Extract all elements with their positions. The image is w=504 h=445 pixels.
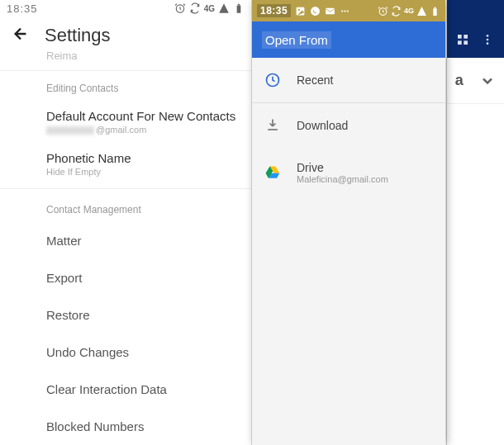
photo-icon <box>295 6 306 17</box>
svg-rect-19 <box>434 7 435 8</box>
svg-point-8 <box>487 39 489 41</box>
setting-sub: Hide If Empty <box>46 167 240 177</box>
page-title: Settings <box>45 25 111 46</box>
drawer-label: Download <box>297 119 348 132</box>
status-left-icons: 18:35 <box>257 4 350 17</box>
drawer-item-recent[interactable]: Recent <box>252 58 445 103</box>
drawer-header: Open From <box>252 21 445 58</box>
sync-icon <box>189 2 201 14</box>
svg-point-14 <box>341 10 343 12</box>
item-restore[interactable]: Restore <box>46 296 251 334</box>
arrow-left-icon <box>12 25 30 43</box>
signal-icon <box>218 2 230 14</box>
background-row: a <box>447 58 504 104</box>
setting-phonetic-name[interactable]: Phonetic Name Hide If Empty <box>0 143 251 185</box>
section-contact-management: Contact Management <box>0 192 251 222</box>
faded-subtitle: Reima <box>0 50 251 62</box>
svg-rect-3 <box>458 35 462 39</box>
item-matter[interactable]: Matter <box>46 222 251 259</box>
battery-icon <box>430 6 440 17</box>
signal-icon <box>416 6 427 17</box>
status-right-icons: 4G <box>378 6 440 17</box>
whatsapp-icon <box>310 6 321 17</box>
status-icons: 4G <box>174 2 245 14</box>
divider <box>0 188 251 189</box>
drawer-label: Recent <box>297 73 333 87</box>
item-clear-interaction[interactable]: Clear Interaction Data <box>46 371 251 408</box>
alarm-icon <box>378 6 388 17</box>
svg-point-12 <box>311 7 320 16</box>
drawer-item-download[interactable]: Download <box>252 103 445 148</box>
svg-rect-2 <box>238 4 240 6</box>
drawer-sub: Maleficina@gmail.com <box>297 174 388 184</box>
drawer-item-drive[interactable]: Drive Maleficina@gmail.com <box>252 148 445 197</box>
svg-point-16 <box>347 10 349 12</box>
setting-sub: @gmail.com <box>46 125 240 135</box>
drawer-label: Drive <box>297 161 388 174</box>
drawer-title: Open From <box>262 31 331 49</box>
svg-rect-21 <box>268 129 278 130</box>
svg-rect-4 <box>464 35 468 39</box>
more-horiz-icon <box>340 6 350 17</box>
svg-point-7 <box>487 35 489 37</box>
item-undo-changes[interactable]: Undo Changes <box>46 334 251 371</box>
svg-point-11 <box>298 8 300 10</box>
right-phone-screen: a 18:35 4G Open From <box>252 0 504 445</box>
management-list: Matter Export Restore Undo Changes Clear… <box>0 222 251 445</box>
item-blocked-numbers[interactable]: Blocked Numbers <box>46 408 251 445</box>
svg-rect-13 <box>326 7 335 14</box>
setting-title: Phonetic Name <box>46 151 240 165</box>
status-bar-right: 18:35 4G <box>252 0 445 21</box>
status-bar-left: 18:35 4G <box>0 0 251 17</box>
alarm-icon <box>174 2 186 14</box>
drive-icon <box>264 163 282 182</box>
sync-icon <box>391 6 402 17</box>
battery-icon <box>233 2 245 14</box>
status-time: 18:35 <box>7 2 38 15</box>
network-label: 4G <box>204 4 215 13</box>
header-row: Settings <box>0 17 251 51</box>
back-button[interactable] <box>12 25 30 46</box>
svg-rect-18 <box>433 8 436 16</box>
item-export[interactable]: Export <box>46 259 251 296</box>
download-icon <box>264 116 282 135</box>
network-label: 4G <box>404 7 414 15</box>
svg-rect-1 <box>237 6 241 13</box>
letter-glyph: a <box>455 72 464 89</box>
grid-view-icon[interactable] <box>456 33 469 46</box>
blurred-email-prefix <box>46 126 94 135</box>
background-statusbar <box>447 0 504 21</box>
status-time: 18:35 <box>257 4 291 17</box>
background-toolbar <box>447 21 504 58</box>
svg-point-9 <box>487 42 489 45</box>
left-phone-screen: 18:35 4G Settings Reima Editing Contacts… <box>0 0 252 445</box>
section-editing-contacts: Editing Contacts <box>0 70 251 101</box>
svg-point-15 <box>345 10 346 12</box>
setting-title: Default Account For New Contacts <box>46 109 240 123</box>
background-app: a <box>446 0 504 445</box>
mail-icon <box>325 6 335 17</box>
chevron-down-icon[interactable] <box>479 73 496 89</box>
setting-default-account[interactable]: Default Account For New Contacts @gmail.… <box>0 101 251 143</box>
more-vert-icon[interactable] <box>481 33 494 46</box>
svg-rect-6 <box>464 40 468 45</box>
svg-rect-5 <box>458 40 462 45</box>
open-from-drawer: 18:35 4G Open From Recent <box>252 0 445 445</box>
clock-icon <box>264 71 282 89</box>
